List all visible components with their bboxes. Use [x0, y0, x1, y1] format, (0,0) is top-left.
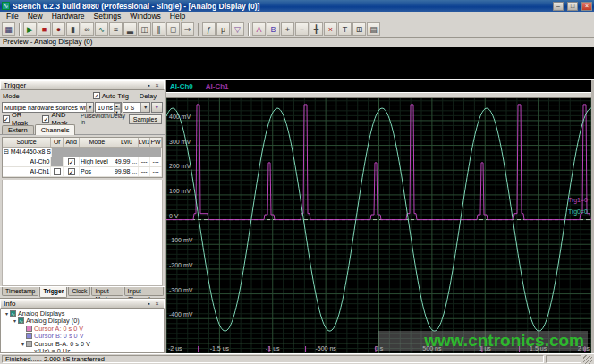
svg-text:-1.5 us: -1.5 us [210, 345, 230, 351]
svg-text:0 V: 0 V [169, 213, 179, 219]
crosshair-icon[interactable]: ╋ [310, 22, 323, 36]
pin-icon[interactable]: ▪ [145, 81, 153, 89]
lvl1-cell[interactable]: --- [139, 157, 150, 166]
delay-spin-button[interactable]: ▼ [151, 102, 163, 113]
tree-item[interactable]: x(Hz) = 0 Hz [1, 348, 164, 354]
column-header-pw[interactable]: PW [150, 138, 162, 147]
table-row[interactable]: AI-Ch1✓Pos99.98 ...------ [3, 167, 162, 177]
waveform-chart[interactable]: 400 mV300 mV200 mV100 mV0 V-100 mV-200 m… [166, 98, 591, 353]
tree-item[interactable]: ▾Cursor B-A: 0 s 0 V [1, 340, 164, 348]
svg-text:-300 mV: -300 mV [169, 287, 193, 293]
auto-trig-checkbox[interactable]: ✓ [93, 92, 100, 99]
tree-item[interactable]: ▾∿Analog Display (0) [1, 317, 164, 326]
or-mask-checkbox[interactable]: ✓ [3, 115, 10, 123]
menu-new[interactable]: New [23, 12, 47, 21]
expander-icon[interactable]: ▾ [20, 341, 26, 347]
text-annotation-icon[interactable]: T [338, 22, 352, 36]
spectrum-display-icon[interactable]: ▂ [123, 22, 137, 36]
samples-button[interactable]: Samples [129, 114, 162, 124]
lvl1-cell[interactable]: --- [139, 167, 150, 176]
single-acquisition-icon[interactable]: ▮ [66, 22, 80, 36]
cursor-a-icon[interactable]: A [252, 22, 266, 36]
chevron-down-icon[interactable]: ▼ [140, 103, 149, 112]
or-checkbox[interactable] [51, 157, 64, 166]
tab-input-channels[interactable]: Input Channels [124, 287, 164, 296]
mode-cell[interactable]: Pos [80, 167, 115, 176]
maximize-button[interactable]: □ [567, 2, 578, 11]
combined-display-icon[interactable]: ◫ [138, 22, 151, 36]
or-checkbox[interactable] [51, 167, 64, 176]
filter-function-icon[interactable]: ▽ [231, 22, 244, 36]
delete-display-icon[interactable]: × [324, 22, 337, 36]
group-label[interactable]: ⊟ M4i.4450-x8 S... [3, 148, 52, 157]
expander-icon[interactable]: ▾ [12, 317, 18, 324]
lvl0-cell[interactable]: 49.99 ... [115, 157, 140, 166]
tab-clock[interactable]: Clock [68, 287, 90, 296]
auto-trig-time-input[interactable]: 10 ns ▲▼ [95, 102, 122, 113]
zoom-in-icon[interactable]: + [281, 22, 294, 36]
card-config-icon[interactable]: ▦ [2, 22, 15, 36]
tab-trigger[interactable]: Trigger [39, 287, 67, 298]
menu-windows[interactable]: Windows [125, 12, 165, 21]
and-checkbox[interactable]: ✓ [64, 167, 80, 176]
tab-timestamp[interactable]: Timestamp [2, 287, 38, 296]
mode-cell[interactable]: High level [80, 157, 115, 166]
menu-file[interactable]: File [2, 12, 23, 21]
tab-channels[interactable]: Channels [35, 124, 76, 135]
column-header-lvl1[interactable]: Lvl1 [139, 138, 150, 147]
auto-trig-spinner[interactable]: ▲▼ [114, 103, 121, 112]
table-group-row[interactable]: ⊟ M4i.4450-x8 S... [3, 148, 162, 157]
column-header-mode[interactable]: Mode [80, 138, 115, 147]
export-data-icon[interactable]: ⇒ [181, 22, 194, 36]
svg-text:-2 us: -2 us [168, 345, 182, 351]
column-header-lvl0[interactable]: Lvl0 [115, 138, 140, 147]
zoom-window-icon[interactable]: ◻ [166, 22, 180, 36]
channel-label-ai-ch0[interactable]: AI-Ch0 [170, 82, 193, 90]
calculation-function-icon[interactable]: ƒ [202, 22, 216, 36]
tree-item[interactable]: Cursor A: 0 s 0 V [1, 325, 164, 333]
close-panel-icon[interactable]: × [153, 300, 161, 308]
data-table-icon[interactable]: ⊞ [352, 22, 366, 36]
and-checkbox[interactable]: ✓ [64, 157, 80, 166]
lvl0-cell[interactable]: 99.98 ... [115, 167, 140, 176]
menu-settings[interactable]: Settings [89, 12, 126, 21]
pw-cell[interactable]: --- [150, 167, 162, 176]
record-icon[interactable]: ● [52, 22, 65, 36]
stop-acquisition-icon[interactable]: ■ [38, 22, 51, 36]
expander-icon[interactable]: ▾ [4, 310, 10, 317]
info-panel: Info ▪ × ▾∿Analog Displays▾∿Analog Displ… [0, 298, 165, 353]
status-bar: Finished...... 2.000 kS transferred [0, 353, 594, 364]
digital-display-icon[interactable]: ≡ [109, 22, 123, 36]
close-panel-icon[interactable]: × [153, 81, 161, 89]
column-header-or[interactable]: Or [51, 138, 64, 147]
table-row[interactable]: AI-Ch0✓High level49.99 ...------ [3, 157, 162, 167]
tree-item[interactable]: Cursor B: 0 s 0 V [1, 333, 164, 341]
zoom-out-icon[interactable]: − [295, 22, 309, 36]
delay-select[interactable]: 0 S ▼ [123, 102, 151, 113]
average-function-icon[interactable]: μ [216, 22, 230, 36]
pin-icon[interactable]: ▪ [145, 300, 153, 308]
chevron-down-icon[interactable]: ▼ [86, 103, 93, 112]
analog-display-icon[interactable]: ∿ [95, 22, 108, 36]
menu-hardware[interactable]: Hardware [47, 12, 89, 21]
minimize-button[interactable]: – [553, 2, 564, 11]
tile-windows-icon[interactable]: ▤ [367, 22, 380, 36]
loop-acquisition-icon[interactable]: ∞ [81, 22, 94, 36]
tree-item[interactable]: ▾∿Analog Displays [1, 309, 164, 317]
start-display-icon[interactable]: ▶ [23, 22, 37, 36]
display-area: AI-Ch0AI-Ch1 400 mV300 mV200 mV100 mV0 V… [166, 80, 594, 353]
tab-input-mode[interactable]: Input Mode [91, 287, 123, 296]
column-header-source[interactable]: Source [3, 138, 51, 147]
close-button[interactable]: × [581, 2, 592, 11]
channel-label-ai-ch1[interactable]: AI-Ch1 [206, 82, 229, 90]
resize-grip[interactable] [583, 355, 592, 364]
and-mask-checkbox[interactable]: ✓ [42, 115, 49, 123]
preview-area[interactable] [0, 47, 594, 80]
menu-help[interactable]: Help [165, 12, 190, 21]
cursor-b-icon[interactable]: B [267, 22, 280, 36]
pw-cell[interactable]: --- [150, 157, 162, 166]
pause-display-icon[interactable]: ∥ [152, 22, 165, 36]
tab-extern[interactable]: Extern [2, 125, 34, 134]
column-header-and[interactable]: And [64, 138, 80, 147]
svg-text:200 mV: 200 mV [169, 163, 191, 169]
